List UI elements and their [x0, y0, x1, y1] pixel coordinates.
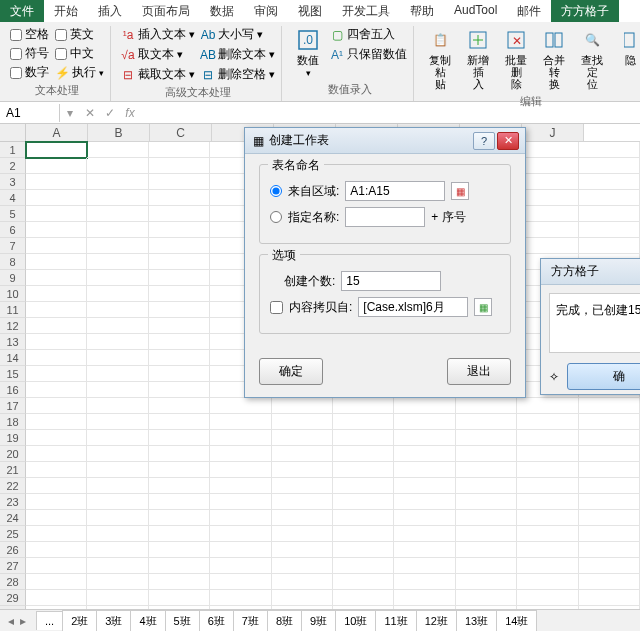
cell[interactable] [87, 318, 148, 334]
row-header[interactable]: 17 [0, 398, 26, 414]
cell[interactable] [272, 542, 333, 558]
cell[interactable] [272, 558, 333, 574]
cell[interactable] [26, 238, 87, 254]
cell[interactable] [149, 286, 210, 302]
cell[interactable] [87, 270, 148, 286]
cell[interactable] [149, 446, 210, 462]
row-header[interactable]: 23 [0, 494, 26, 510]
row-header[interactable]: 16 [0, 382, 26, 398]
sheet-tab[interactable]: 2班 [62, 610, 97, 632]
cell[interactable] [517, 526, 578, 542]
btn-insert[interactable]: 新增插 入 [462, 26, 494, 92]
cell[interactable] [394, 446, 455, 462]
cell[interactable] [272, 590, 333, 606]
ok-button[interactable]: 确定 [259, 358, 323, 385]
cell[interactable] [87, 494, 148, 510]
btn-copy-paste[interactable]: 📋复制粘 贴 [424, 26, 456, 92]
cell[interactable] [210, 398, 271, 414]
cell[interactable] [517, 590, 578, 606]
dialog-titlebar[interactable]: 方方格子 [541, 259, 640, 285]
col-header[interactable]: B [88, 124, 150, 141]
row-header[interactable]: 27 [0, 558, 26, 574]
cell[interactable] [517, 574, 578, 590]
cell[interactable] [456, 414, 517, 430]
cell[interactable] [456, 510, 517, 526]
cell[interactable] [456, 590, 517, 606]
menu-item[interactable]: 插入 [88, 0, 132, 22]
row-header[interactable]: 28 [0, 574, 26, 590]
cell[interactable] [26, 558, 87, 574]
menu-item[interactable]: 页面布局 [132, 0, 200, 22]
cell[interactable] [87, 254, 148, 270]
cell[interactable] [517, 446, 578, 462]
cell[interactable] [579, 222, 640, 238]
sheet-tab[interactable]: 5班 [165, 610, 200, 632]
cell[interactable] [87, 526, 148, 542]
sheet-tab[interactable]: 14班 [496, 610, 537, 632]
cell[interactable] [26, 334, 87, 350]
cell[interactable] [149, 318, 210, 334]
cell[interactable] [272, 414, 333, 430]
sheet-tab[interactable]: 4班 [130, 610, 165, 632]
cell[interactable] [149, 542, 210, 558]
cell[interactable] [26, 222, 87, 238]
cell[interactable] [87, 574, 148, 590]
cell[interactable] [579, 574, 640, 590]
cell[interactable] [149, 302, 210, 318]
sheet-tab[interactable]: 11班 [375, 610, 416, 632]
cell[interactable] [517, 190, 578, 206]
row-header[interactable]: 29 [0, 590, 26, 606]
cell[interactable] [149, 334, 210, 350]
cell[interactable] [210, 590, 271, 606]
cell[interactable] [272, 574, 333, 590]
cell[interactable] [517, 542, 578, 558]
cell[interactable] [394, 494, 455, 510]
cell[interactable] [210, 574, 271, 590]
cell[interactable] [333, 558, 394, 574]
cell[interactable] [579, 238, 640, 254]
radio-from-range[interactable] [270, 185, 282, 197]
cell[interactable] [149, 190, 210, 206]
cell[interactable] [579, 526, 640, 542]
cell[interactable] [149, 462, 210, 478]
cell[interactable] [26, 286, 87, 302]
cell[interactable] [87, 222, 148, 238]
btn-case[interactable]: Ab大小写 ▾ [201, 26, 275, 43]
cell[interactable] [579, 142, 640, 158]
cell[interactable] [333, 398, 394, 414]
chk-exec[interactable]: ⚡执行 ▾ [55, 64, 104, 81]
cell[interactable] [26, 318, 87, 334]
cell[interactable] [149, 590, 210, 606]
cell[interactable] [26, 142, 87, 158]
cell[interactable] [517, 158, 578, 174]
cell[interactable] [394, 414, 455, 430]
cell[interactable] [579, 510, 640, 526]
chk-space[interactable]: 空格 [10, 26, 49, 43]
help-button[interactable]: ? [473, 132, 495, 150]
sheet-tab[interactable]: ... [36, 611, 63, 630]
sheet-picker-button[interactable]: ▦ [474, 298, 492, 316]
cell[interactable] [87, 542, 148, 558]
cell[interactable] [333, 462, 394, 478]
select-all-corner[interactable] [0, 124, 26, 142]
row-header[interactable]: 3 [0, 174, 26, 190]
cell[interactable] [394, 526, 455, 542]
cell[interactable] [579, 446, 640, 462]
cell[interactable] [210, 414, 271, 430]
cell[interactable] [149, 222, 210, 238]
namebox-dropdown[interactable]: ▾ [60, 106, 80, 120]
sheet-tab[interactable]: 10班 [335, 610, 376, 632]
row-header[interactable]: 8 [0, 254, 26, 270]
sheet-nav[interactable]: ◂▸ [6, 614, 28, 628]
cell[interactable] [87, 510, 148, 526]
btn-insert-text[interactable]: ¹a插入文本 ▾ [121, 26, 195, 43]
cell[interactable] [210, 558, 271, 574]
col-header[interactable]: J [522, 124, 584, 141]
cell[interactable] [333, 494, 394, 510]
cell[interactable] [517, 478, 578, 494]
input-count[interactable] [341, 271, 441, 291]
cell[interactable] [87, 430, 148, 446]
nav-first-icon[interactable]: ◂ [6, 614, 16, 628]
cell[interactable] [579, 158, 640, 174]
cell[interactable] [579, 430, 640, 446]
